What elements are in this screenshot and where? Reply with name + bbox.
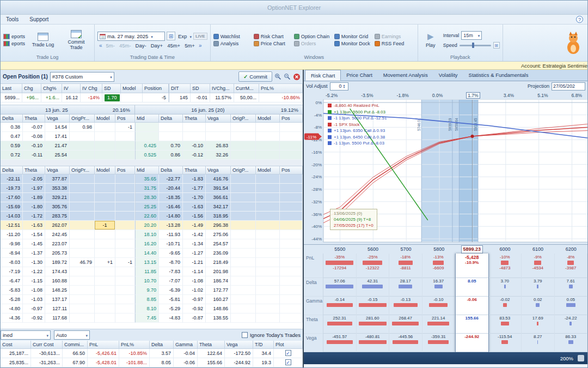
time-nav-button[interactable]: 45m+ bbox=[165, 43, 182, 49]
option-column-header[interactable]: Pos bbox=[280, 166, 303, 174]
close-position-icon[interactable] bbox=[293, 73, 301, 81]
totals-column-header[interactable]: Delta bbox=[150, 341, 174, 349]
option-row[interactable]: -7.19 -1.22 174.43 11.85 -7.83 -1.14 201… bbox=[1, 267, 303, 276]
totals-column-header[interactable]: Commi... bbox=[63, 341, 88, 349]
window-toggle[interactable]: Risk Chart bbox=[254, 34, 294, 39]
summary-column-header[interactable]: SD bbox=[191, 84, 210, 93]
plot-checkbox[interactable]: ✓ bbox=[285, 350, 291, 356]
option-column-header[interactable]: OrigPr... bbox=[70, 166, 95, 174]
trade-log-button[interactable]: Trade Log bbox=[28, 33, 58, 47]
option-row[interactable]: -17.60 -1.89 329.21 28.30 -18.35 -1.70 3… bbox=[1, 193, 303, 202]
summary-column-header[interactable]: IVChg... bbox=[210, 84, 234, 93]
option-row[interactable]: -22.11 -2.05 377.87 35.65 -22.77 -1.83 4… bbox=[1, 174, 303, 184]
window-toggle[interactable]: Earnings bbox=[375, 34, 415, 39]
option-row[interactable]: -19.73 -1.97 353.38 31.75 -20.44 -1.77 3… bbox=[1, 184, 303, 193]
option-row[interactable]: -6.47 -1.15 160.88 10.70 -7.07 -1.08 186… bbox=[1, 276, 303, 286]
totals-column-header[interactable]: Theta bbox=[198, 341, 225, 349]
time-nav-button[interactable]: 5m+ bbox=[182, 43, 197, 49]
option-column-header[interactable]: OrigPr... bbox=[70, 114, 95, 123]
option-column-header[interactable]: Theta bbox=[183, 166, 206, 174]
totals-row[interactable]: 25,835... -31,263... 67.90 -5,428.01 -10… bbox=[1, 358, 303, 367]
expiry-date[interactable]: 16 jun. 25 (20) bbox=[135, 107, 281, 113]
option-column-header[interactable]: Delta bbox=[1, 166, 23, 174]
window-toggle[interactable]: Orders bbox=[294, 41, 334, 46]
option-column-header[interactable]: OrigP... bbox=[231, 114, 256, 123]
option-column-header[interactable]: Model bbox=[256, 166, 280, 174]
totals-column-header[interactable]: Curr Cost bbox=[31, 341, 63, 349]
option-row[interactable]: -9.98 -1.45 223.07 16.20 -10.71 -1.34 25… bbox=[1, 239, 303, 249]
reports-button[interactable]: eports bbox=[3, 41, 25, 46]
tab[interactable]: Movement Analysis bbox=[378, 70, 433, 81]
play-button[interactable]: Play bbox=[421, 32, 440, 48]
totals-row[interactable]: 25,187... -30,613... 66.50 -5,426.61 -10… bbox=[1, 349, 303, 358]
totals-column-header[interactable]: Cost bbox=[1, 341, 31, 349]
vol-scale-slider[interactable]: -5.2%-3.5%-1.8%0.0%1.7%3.4%5.1%6.8% bbox=[304, 91, 587, 99]
summary-column-header[interactable]: Model bbox=[121, 84, 143, 93]
option-row[interactable]: 0.47 -0.08 17.41 bbox=[1, 132, 303, 141]
totals-column-header[interactable]: PnL% bbox=[119, 341, 150, 349]
vol-adjust-spinner[interactable]: 0 bbox=[330, 82, 348, 91]
zoom-out-icon[interactable] bbox=[284, 73, 291, 80]
option-row[interactable]: 0.72 -0.11 25.54 0.525 0.86 -0.12 32.26 bbox=[1, 150, 303, 160]
option-column-header[interactable]: Vega bbox=[206, 166, 231, 174]
commit-button[interactable]: Commit bbox=[238, 71, 272, 82]
time-nav-button[interactable]: Day- bbox=[133, 43, 149, 49]
help-icon[interactable]: ? bbox=[576, 16, 583, 23]
option-row[interactable]: -5.28 -1.03 137.17 8.85 -5.81 -0.97 160.… bbox=[1, 295, 303, 304]
option-row[interactable]: -8.94 -1.37 205.73 14.40 -9.65 -1.27 236… bbox=[1, 249, 303, 258]
option-column-header[interactable]: Model bbox=[256, 114, 280, 123]
nav-rewind-icon[interactable] bbox=[97, 43, 104, 49]
option-column-header[interactable]: Delta bbox=[159, 114, 183, 123]
option-column-header[interactable]: Theta bbox=[183, 114, 206, 123]
summary-column-header[interactable]: Chg bbox=[22, 84, 41, 93]
option-row[interactable]: 0.38 -0.07 14.54 0.98 -1 bbox=[1, 123, 303, 132]
option-column-header[interactable]: Pos bbox=[115, 166, 135, 174]
option-row[interactable]: -12.51 -1.63 262.07 -1 20.20 -13.28 -1.4… bbox=[1, 221, 303, 230]
option-column-header[interactable]: Mid bbox=[135, 166, 159, 174]
totals-column-header[interactable]: Plot bbox=[274, 341, 303, 349]
time-nav-button[interactable]: Day+ bbox=[149, 43, 165, 49]
summary-column-header[interactable]: CurrM... bbox=[234, 84, 259, 93]
option-column-header[interactable]: Vega bbox=[45, 114, 70, 123]
totals-column-header[interactable]: Vega bbox=[225, 341, 253, 349]
option-column-header[interactable]: Model bbox=[95, 166, 115, 174]
option-row[interactable]: -4.80 -0.97 127.11 8.10 -5.29 -0.92 148.… bbox=[1, 304, 303, 313]
slider-thumb[interactable] bbox=[472, 43, 474, 48]
exp-label[interactable]: Exp bbox=[178, 33, 187, 39]
window-toggle[interactable]: RSS Feed bbox=[375, 41, 415, 46]
totals-column-header[interactable]: T/D bbox=[253, 341, 274, 349]
option-column-header[interactable]: Pos bbox=[115, 114, 135, 123]
projection-date-input[interactable]: 27/05/202 bbox=[552, 82, 585, 91]
window-toggle[interactable]: Price Chart bbox=[254, 41, 294, 46]
nav-forward-icon[interactable] bbox=[197, 43, 204, 49]
summary-column-header[interactable]: IV bbox=[62, 84, 81, 93]
window-toggle[interactable]: Analysis bbox=[213, 41, 254, 46]
time-nav-button[interactable]: 5m- bbox=[104, 43, 117, 49]
option-column-header[interactable]: OrigP... bbox=[231, 166, 256, 174]
window-toggle[interactable]: Watchlist bbox=[213, 34, 254, 39]
option-column-header[interactable]: Vega bbox=[45, 166, 70, 174]
auto-dropdown[interactable]: Auto bbox=[54, 330, 90, 340]
option-column-header[interactable]: Mid bbox=[135, 114, 159, 123]
option-column-header[interactable]: Model bbox=[95, 114, 115, 123]
risk-chart[interactable]: 0%-4%-8%-12%-16%-20%-24%-28%-32%-36%-40%… bbox=[304, 99, 587, 244]
totals-column-header[interactable]: Gamma bbox=[174, 341, 198, 349]
option-column-header[interactable]: Vega bbox=[206, 114, 231, 123]
option-row[interactable]: 0.59 -0.10 21.47 0.425 0.70 -0.10 26.83 bbox=[1, 141, 303, 150]
zoom-in-icon[interactable] bbox=[274, 73, 281, 80]
date-input[interactable]: ma. 27 may. 2025 bbox=[97, 32, 165, 41]
interval-dropdown[interactable]: 15m bbox=[461, 31, 482, 40]
speed-slider[interactable] bbox=[460, 42, 491, 49]
chart-menu-button[interactable] bbox=[578, 355, 584, 361]
summary-column-header[interactable]: Position bbox=[143, 84, 169, 93]
time-nav-button[interactable]: 45m- bbox=[117, 43, 133, 49]
tab[interactable]: Statistics & Fundamentals bbox=[463, 70, 534, 81]
option-column-header[interactable]: Delta bbox=[1, 114, 23, 123]
option-column-header[interactable]: Delta bbox=[159, 166, 183, 174]
option-column-header[interactable]: Theta bbox=[23, 166, 45, 174]
menu-item-support[interactable]: Support bbox=[24, 16, 54, 23]
option-column-header[interactable]: Pos bbox=[280, 114, 303, 123]
spinner-arrows-icon[interactable] bbox=[343, 84, 348, 88]
plot-checkbox[interactable]: ✓ bbox=[285, 359, 291, 365]
summary-column-header[interactable]: SD bbox=[102, 84, 121, 93]
